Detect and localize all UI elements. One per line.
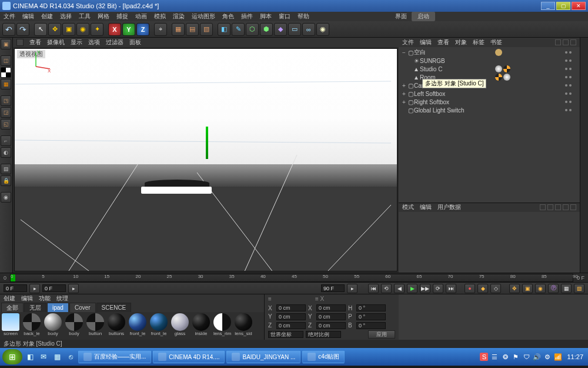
vp-menu-panel[interactable]: 面板	[129, 38, 141, 47]
coord-system-button[interactable]: ⌖	[154, 23, 167, 36]
key-pos-button[interactable]: ✥	[509, 284, 520, 293]
material-tab[interactable]: SCENCE	[96, 303, 132, 312]
am-panel-menu-icon[interactable]	[570, 204, 576, 210]
taskbar-task[interactable]: c4d贴图	[302, 350, 345, 363]
undo-button[interactable]: ↶	[2, 23, 15, 36]
vp-menu-camera[interactable]: 摄像机	[47, 38, 65, 47]
taskbar-task[interactable]: 百度经验——实用...	[78, 350, 151, 363]
menu-snap[interactable]: 捕捉	[116, 12, 128, 21]
polygon-mode-button[interactable]: ◱	[1, 119, 11, 130]
object-name[interactable]: Right Softbox	[414, 99, 556, 105]
object-gizmo-y[interactable]	[206, 127, 208, 159]
menu-mograph[interactable]: 运动图形	[192, 12, 215, 21]
om-menu-bookmarks[interactable]: 书签	[490, 38, 502, 47]
mat-menu-create[interactable]: 创建	[4, 294, 15, 303]
next-frame-button[interactable]: ▶▶	[420, 284, 430, 293]
filter-icon[interactable]	[563, 39, 569, 45]
material-item[interactable]: body	[42, 312, 64, 340]
om-menu-file[interactable]: 文件	[402, 38, 414, 47]
menu-character[interactable]: 角色	[222, 12, 234, 21]
range-out-field[interactable]: 90 F	[321, 284, 345, 292]
redo-button[interactable]: ↷	[16, 23, 29, 36]
material-tab[interactable]: 无层	[24, 303, 46, 312]
material-item[interactable]: button	[85, 312, 106, 340]
soft-select-button[interactable]: ◉	[1, 192, 11, 203]
material-list[interactable]: screenback_lebodybodybuttonbuttonsfront_…	[0, 312, 264, 340]
om-menu-objects[interactable]: 对象	[455, 38, 467, 47]
select-tool-button[interactable]: ↖	[34, 23, 47, 36]
point-mode-button[interactable]: ◳	[1, 95, 11, 106]
menu-edit[interactable]: 编辑	[22, 12, 34, 21]
render-view-button[interactable]: ▦	[172, 23, 185, 36]
vp-menu-view[interactable]: 查看	[29, 38, 41, 47]
snap-toggle-button[interactable]: ▤	[1, 164, 11, 174]
mat-menu-func[interactable]: 功能	[39, 294, 51, 303]
axis-x-button[interactable]: X	[108, 23, 121, 36]
tree-row[interactable]: ▢Global Light Switch	[399, 106, 580, 114]
viewport-menu-icon[interactable]	[16, 39, 24, 46]
material-item[interactable]: buttons	[106, 312, 127, 340]
visibility-dots[interactable]	[556, 101, 580, 103]
tree-row[interactable]: +▢Right Softbox	[399, 98, 580, 106]
key-opt2-button[interactable]: ▨	[574, 284, 584, 293]
key-pla-button[interactable]: Ⓟ	[548, 284, 559, 293]
menu-file[interactable]: 文件	[4, 12, 15, 21]
tray-icon[interactable]: 📶	[554, 353, 562, 361]
autokey-button[interactable]: ◆	[477, 284, 488, 293]
material-tab[interactable]: 全部	[1, 303, 24, 312]
key-rot-button[interactable]: ◉	[535, 284, 546, 293]
visibility-dots[interactable]	[556, 92, 580, 95]
expand-icon[interactable]: +	[401, 82, 407, 89]
key-scale-button[interactable]: ▣	[522, 284, 533, 293]
prev-key-button[interactable]: ⟲	[381, 284, 392, 293]
timeline-track[interactable]: 051015202530354045505560657075808590	[10, 274, 573, 282]
play-button[interactable]: ▶	[407, 284, 417, 293]
goto-start-button[interactable]: ⏮	[368, 284, 379, 293]
material-item[interactable]: lens_rim	[212, 312, 233, 340]
render-region-button[interactable]: ▤	[186, 23, 199, 36]
am-lock-icon[interactable]	[563, 204, 569, 210]
start-button[interactable]: ⊞	[2, 349, 22, 364]
object-name[interactable]: Left Softbox	[414, 91, 556, 97]
coord-y-pos-field[interactable]: 0 cm	[276, 313, 306, 320]
vp-menu-options[interactable]: 选项	[88, 38, 100, 47]
deformer-button[interactable]: ◆	[274, 23, 287, 36]
quicklaunch-icon[interactable]: ⎋	[65, 351, 76, 363]
texture-tag-icon[interactable]	[495, 74, 502, 81]
perspective-viewport[interactable]: 透视视图 Y X	[14, 48, 397, 271]
texture-mode-button[interactable]	[1, 67, 11, 78]
layout-selector[interactable]: 启动	[412, 12, 435, 21]
material-item[interactable]: screen	[0, 312, 21, 340]
workplane-mode-button[interactable]: ▦	[1, 79, 11, 89]
object-name[interactable]: Global Light Switch	[414, 107, 556, 114]
coord-apply-button[interactable]: 应用	[368, 330, 395, 339]
environment-button[interactable]: ▭	[288, 23, 301, 36]
rotate-tool-button[interactable]: ◉	[76, 23, 89, 36]
tray-icon[interactable]: 🔊	[533, 353, 541, 361]
tray-icon[interactable]: S	[480, 353, 488, 361]
camera-button[interactable]: ∞	[302, 23, 315, 36]
window-close-button[interactable]: ✕	[572, 2, 586, 10]
spline-pen-button[interactable]: ✎	[232, 23, 245, 36]
next-key-button[interactable]: ⟳	[433, 284, 443, 293]
taskbar-clock[interactable]: 11:27	[564, 353, 586, 360]
window-maximize-button[interactable]: ▢	[556, 2, 570, 10]
goto-end-button[interactable]: ⏭	[446, 284, 456, 293]
axis-y-button[interactable]: Y	[122, 23, 135, 36]
menu-tools[interactable]: 工具	[79, 12, 91, 21]
tray-icon[interactable]: 🛡	[522, 353, 530, 361]
record-button[interactable]: ●	[465, 284, 475, 293]
lasttool-button[interactable]: ✦	[91, 23, 103, 36]
axis-mode-button[interactable]: ⌐	[1, 135, 11, 146]
primitive-cube-button[interactable]: ◧	[218, 23, 230, 36]
material-item[interactable]: glass	[169, 312, 191, 340]
texture-tag-icon[interactable]	[503, 65, 510, 72]
quicklaunch-icon[interactable]: ▦	[51, 351, 63, 363]
om-menu-tags[interactable]: 标签	[473, 38, 485, 47]
coord-z-pos-field[interactable]: 0 cm	[276, 322, 306, 329]
menu-script[interactable]: 脚本	[260, 12, 272, 21]
light-button[interactable]: ◉	[316, 23, 329, 36]
coord-z-size-field[interactable]: 0 cm	[316, 322, 346, 329]
material-item[interactable]: body	[64, 312, 85, 340]
model-mode-button[interactable]: ◫	[1, 55, 11, 66]
